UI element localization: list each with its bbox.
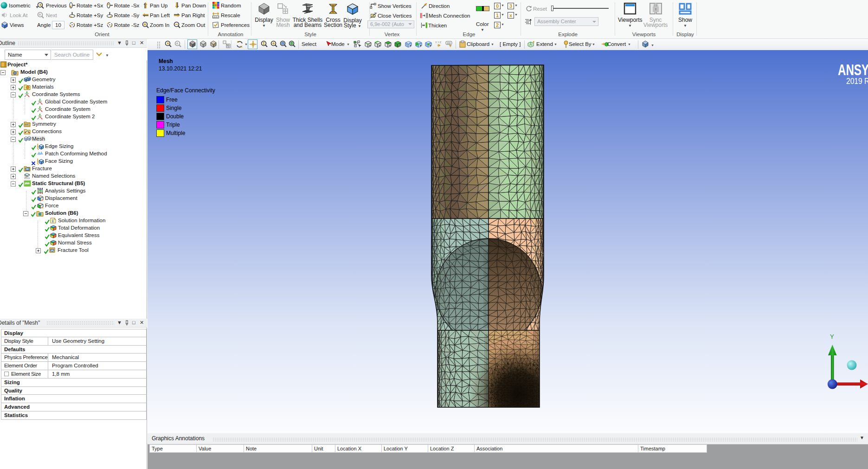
svg-text:X.Y.Z: X.Y.Z — [435, 41, 442, 44]
svg-text:Y: Y — [830, 333, 834, 340]
svg-text:100: 100 — [447, 42, 451, 45]
